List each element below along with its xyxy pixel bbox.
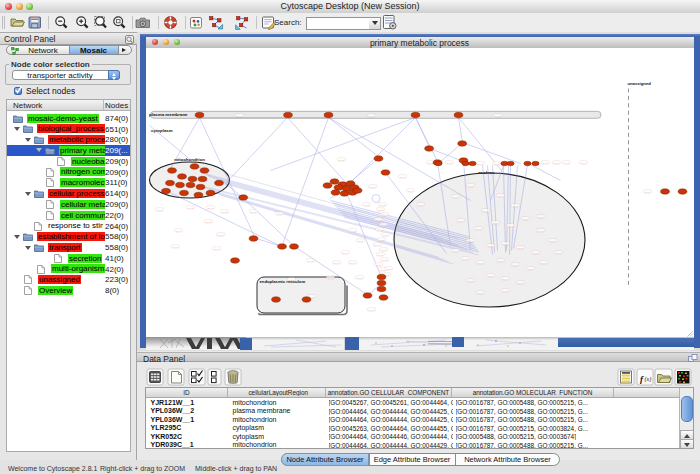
svg-text:[....]: [....] [581, 161, 585, 164]
svg-text:[....]: [....] [503, 242, 507, 245]
svg-text:[....]: [....] [251, 210, 255, 213]
svg-text:[....]: [....] [334, 261, 338, 264]
svg-text:[....]: [....] [206, 220, 210, 223]
svg-text:[....]: [....] [381, 223, 385, 226]
svg-text:[....]: [....] [382, 258, 386, 261]
svg-text:[....]: [....] [518, 246, 522, 249]
svg-text:[....]: [....] [453, 195, 457, 198]
svg-text:[....]: [....] [503, 277, 507, 280]
svg-text:[....]: [....] [458, 219, 462, 222]
svg-text:[....]: [....] [208, 206, 212, 209]
svg-text:[....]: [....] [494, 162, 498, 165]
svg-text:[....]: [....] [488, 274, 492, 277]
svg-text:[....]: [....] [408, 189, 412, 192]
svg-text:[....]: [....] [375, 243, 379, 246]
svg-text:unassigned: unassigned [627, 81, 651, 86]
svg-text:[....]: [....] [523, 217, 527, 220]
svg-text:[....]: [....] [543, 161, 547, 164]
svg-text:[....]: [....] [369, 308, 373, 311]
svg-text:[....]: [....] [378, 208, 382, 211]
svg-text:[....]: [....] [478, 162, 482, 165]
svg-text:[....]: [....] [550, 239, 554, 242]
svg-text:[....]: [....] [554, 161, 558, 164]
svg-text:[....]: [....] [453, 249, 457, 252]
svg-text:[....]: [....] [328, 276, 332, 279]
svg-text:[....]: [....] [386, 267, 390, 270]
svg-text:[....]: [....] [358, 239, 362, 242]
svg-text:cytoplasm: cytoplasm [151, 127, 173, 132]
svg-text:[....]: [....] [381, 248, 385, 251]
svg-text:[....]: [....] [538, 215, 542, 218]
svg-text:[....]: [....] [173, 245, 177, 248]
svg-text:[....]: [....] [564, 161, 568, 164]
svg-text:[....]: [....] [528, 267, 532, 270]
svg-text:[....]: [....] [377, 228, 381, 231]
svg-text:[....]: [....] [343, 251, 347, 254]
svg-text:[....]: [....] [369, 114, 373, 117]
svg-text:[....]: [....] [538, 229, 542, 232]
svg-text:[....]: [....] [218, 233, 222, 236]
svg-text:[....]: [....] [237, 114, 241, 117]
svg-text:[....]: [....] [478, 291, 482, 294]
svg-text:[....]: [....] [503, 289, 507, 292]
svg-text:[....]: [....] [556, 251, 560, 254]
svg-text:[....]: [....] [350, 229, 354, 232]
svg-text:[....]: [....] [400, 175, 404, 178]
svg-text:[....]: [....] [350, 261, 354, 264]
svg-text:[....]: [....] [339, 158, 343, 161]
svg-text:[....]: [....] [382, 213, 386, 216]
svg-text:[....]: [....] [308, 259, 312, 262]
svg-text:[....]: [....] [379, 238, 383, 241]
svg-text:[....]: [....] [478, 261, 482, 264]
svg-text:[....]: [....] [468, 184, 472, 187]
svg-text:[....]: [....] [378, 253, 382, 256]
svg-text:[....]: [....] [513, 204, 517, 207]
svg-text:[....]: [....] [289, 278, 293, 281]
svg-text:[....]: [....] [380, 268, 384, 271]
svg-text:[....]: [....] [418, 203, 422, 206]
svg-text:[....]: [....] [428, 161, 432, 164]
svg-text:[....]: [....] [483, 209, 487, 212]
svg-text:[....]: [....] [498, 194, 502, 197]
svg-text:(x): (x) [645, 376, 652, 383]
svg-text:[....]: [....] [214, 247, 218, 250]
svg-text:[....]: [....] [468, 279, 472, 282]
svg-text:[....]: [....] [495, 114, 499, 117]
svg-text:[....]: [....] [277, 212, 281, 215]
svg-text:mitochondrion: mitochondrion [174, 157, 205, 162]
svg-text:[....]: [....] [447, 161, 451, 164]
svg-text:[....]: [....] [493, 221, 497, 224]
svg-text:[....]: [....] [157, 208, 161, 211]
svg-text:[....]: [....] [376, 263, 380, 266]
svg-text:[....]: [....] [645, 190, 649, 193]
svg-text:[....]: [....] [468, 239, 472, 242]
svg-text:[....]: [....] [498, 259, 502, 262]
svg-text:[....]: [....] [176, 229, 180, 232]
svg-text:[....]: [....] [364, 203, 368, 206]
svg-text:[....]: [....] [513, 263, 517, 266]
svg-text:[....]: [....] [222, 210, 226, 213]
svg-text:plasma membrane: plasma membrane [149, 112, 188, 117]
svg-text:[....]: [....] [383, 233, 387, 236]
svg-text:[....]: [....] [533, 251, 537, 254]
svg-text:endoplasmic reticulum: endoplasmic reticulum [259, 279, 305, 284]
svg-text:[....]: [....] [518, 281, 522, 284]
svg-text:[....]: [....] [541, 261, 545, 264]
svg-text:[....]: [....] [508, 224, 512, 227]
svg-text:[....]: [....] [376, 218, 380, 221]
svg-text:[....]: [....] [380, 203, 384, 206]
svg-text:[....]: [....] [488, 244, 492, 247]
svg-text:[....]: [....] [188, 206, 192, 209]
svg-text:[....]: [....] [370, 185, 374, 188]
svg-text:[....]: [....] [476, 227, 480, 230]
svg-text:[....]: [....] [357, 276, 361, 279]
svg-text:[....]: [....] [463, 257, 467, 260]
